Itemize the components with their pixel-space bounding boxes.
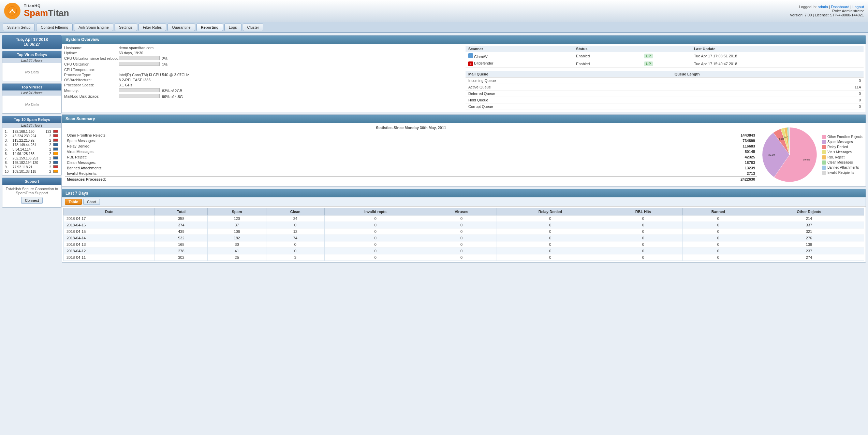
nav-cluster[interactable]: Cluster <box>243 24 264 31</box>
table-cell: 25 <box>208 254 266 261</box>
queue-label: Hold Queue <box>466 97 672 103</box>
table-cell: 274 <box>754 254 864 261</box>
scan-stat-row: RBL Reject:42325 <box>65 154 757 160</box>
logo-titan-label: TitanHQ <box>24 4 69 8</box>
tab-table-button[interactable]: Table <box>65 199 82 205</box>
relay-num: 9. <box>4 165 12 169</box>
tab-chart-button[interactable]: Chart <box>83 199 100 205</box>
scan-label: Relay Denied: <box>65 143 550 149</box>
legend-label-5: Clean Messages <box>827 160 853 164</box>
table-cell: 2018-04-13 <box>64 241 155 248</box>
header: TitanHQ Spam Titan Logged In: admin | Da… <box>0 0 868 22</box>
table-col-header: Other Rejects <box>754 208 864 215</box>
connect-button[interactable]: Connect <box>21 197 43 204</box>
nav-settings[interactable]: Settings <box>115 24 137 31</box>
top-viruses-title: Top Viruses <box>2 84 61 90</box>
table-cell: 0 <box>426 222 497 228</box>
table-cell: 0 <box>497 254 604 261</box>
relay-flag <box>52 160 60 165</box>
relay-count: 2 <box>43 147 52 152</box>
scan-label: Banned Attachments: <box>65 165 550 171</box>
table-cell: 24 <box>266 215 324 222</box>
datetime-line2: 16:06:27 <box>4 42 60 47</box>
nav-quarantine[interactable]: Quarantine <box>167 24 195 31</box>
table-col-header: RBL Hits <box>604 208 682 215</box>
table-cell: 0 <box>325 248 426 254</box>
relay-count: 2 <box>43 152 52 156</box>
table-cell: 37 <box>208 222 266 228</box>
top-virus-relays-box: Top Virus Relays Last 24 Hours No Data <box>2 51 62 81</box>
lastupdate-col-header: Last Update <box>691 46 864 52</box>
relay-row: 10. 109.101.38.118 2 <box>4 169 60 174</box>
table-cell: 278 <box>155 248 208 254</box>
nav-system-setup[interactable]: System Setup <box>3 24 35 31</box>
table-cell: 12 <box>266 228 324 235</box>
scanner-up: UP <box>642 60 691 68</box>
scan-stat-row: Other Frontline Rejects:1443843 <box>65 132 757 138</box>
scan-summary-title: Scan Summary <box>62 115 866 123</box>
last7days-table-wrap: DateTotalSpamCleanInvalid rcptsVirusesRe… <box>62 207 866 262</box>
relay-row: 3. 113.22.210.92 2 <box>4 138 60 143</box>
relay-row: 9. 77.92.118.21 2 <box>4 165 60 169</box>
table-cell: 2018-04-11 <box>64 254 155 261</box>
scan-value: 50145 <box>550 149 757 154</box>
scan-label: Clean Messages: <box>65 160 550 165</box>
cpu-since-label: CPU Utilization since last reboot: <box>64 56 119 60</box>
table-cell: 0 <box>497 222 604 228</box>
legend-dot-5 <box>822 160 826 165</box>
scanner-name: ClamAV <box>466 52 573 60</box>
nav-filter-rules[interactable]: Filter Rules <box>138 24 166 31</box>
scanner-row: B Bitdefender Enabled UP Tue Apr 17 15:4… <box>466 60 864 68</box>
table-cell: 0 <box>604 241 682 248</box>
table-cell: 0 <box>266 222 324 228</box>
table-cell: 276 <box>754 235 864 241</box>
table-cell: 237 <box>754 248 864 254</box>
top-viruses-subtitle: Last 24 Hours <box>2 90 61 96</box>
legend-label-6: Banned Attachments <box>827 166 859 169</box>
queue-value: 0 <box>672 97 864 103</box>
scanner-table: Scanner Status Last Update ClamAV Enable… <box>466 46 864 68</box>
queue-value: 0 <box>672 90 864 97</box>
scan-stats-table: Other Frontline Rejects:1443843Spam Mess… <box>65 132 757 182</box>
nav-content-filtering[interactable]: Content Filtering <box>36 24 73 31</box>
legend-label-0: Other Frontline Rejects <box>827 135 863 139</box>
table-row: 2018-04-173581202400000214 <box>64 215 864 222</box>
nav-anti-spam[interactable]: Anti-Spam Engine <box>74 24 113 31</box>
scan-value: 116683 <box>550 143 757 149</box>
relay-num: 10. <box>4 169 12 174</box>
table-cell: 0 <box>426 241 497 248</box>
system-overview-inner: Hostname: demo.spamtitan.com Uptime: 63 … <box>62 44 866 112</box>
disk-text: 99% of 4.8G <box>162 95 183 99</box>
table-col-header: Spam <box>208 208 266 215</box>
table-cell: 2018-04-14 <box>64 235 155 241</box>
logo-titan-suffix-label: Titan <box>48 8 69 18</box>
nav-reporting[interactable]: Reporting <box>196 24 223 31</box>
relay-flag <box>52 156 60 160</box>
os-arch-value: 8.2-RELEASE i386 <box>119 78 151 82</box>
legend-dot-1 <box>822 140 826 144</box>
relay-ip: 192.168.1.150 <box>12 129 43 134</box>
dashboard-link[interactable]: Dashboard <box>831 5 850 9</box>
queue-value: 114 <box>672 84 864 90</box>
legend-dot-0 <box>822 135 826 139</box>
logout-link[interactable]: Logout <box>852 5 864 9</box>
scan-stat-row: Clean Messages:18783 <box>65 160 757 165</box>
legend-item-6: Banned Attachments <box>822 166 863 170</box>
cpu-since-bar: 2% <box>119 56 167 61</box>
proc-speed-value: 3.1 GHz <box>119 83 132 87</box>
memory-bar: 83% of 2GB <box>119 88 182 93</box>
top-spam-relays-content: 1. 192.168.1.150 133 2. 46.224.239.224 2… <box>2 128 61 175</box>
table-cell: 30 <box>208 241 266 248</box>
proc-speed-label: Processor Speed: <box>64 83 119 87</box>
username-link[interactable]: admin <box>818 5 828 9</box>
queue-label: Incoming Queue <box>466 78 672 84</box>
scan-stat-row: Banned Attachments:13239 <box>65 165 757 171</box>
cpu-temp-label: CPU Temperature: <box>64 68 119 72</box>
support-text: Establish Secure Connection to SpamTitan… <box>5 187 59 195</box>
table-row: 2018-04-1316830000000138 <box>64 241 864 248</box>
cpu-temp-value: - <box>119 68 120 72</box>
header-info: Logged In: admin | Dashboard | Logout Ro… <box>790 5 864 17</box>
nav-logs[interactable]: Logs <box>224 24 241 31</box>
memory-text: 83% of 2GB <box>162 89 182 93</box>
table-cell: 0 <box>325 235 426 241</box>
